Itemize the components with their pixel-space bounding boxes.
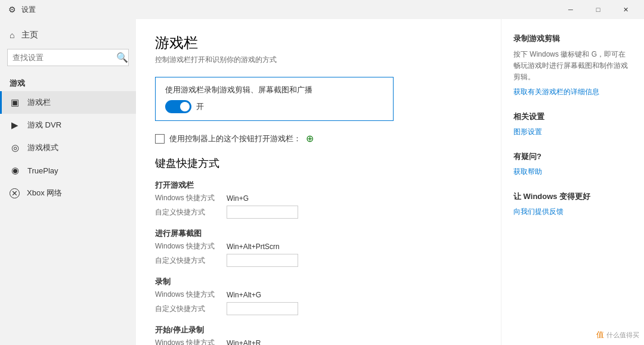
shortcut-row-win-1: Windows 快捷方式 Win+G (155, 193, 482, 203)
shortcut-win-label-2: Windows 快捷方式 (155, 241, 227, 251)
sidebar-item-trueplay[interactable]: ◉ TruePlay (0, 159, 136, 182)
titlebar: ⚙ 设置 ─ □ ✕ (0, 0, 644, 19)
shortcut-group-start-stop: 开始/停止录制 Windows 快捷方式 Win+Alt+R 自定义快捷方式 (155, 325, 482, 345)
game-mode-icon: ◎ (10, 142, 20, 153)
shortcut-custom-label-3: 自定义快捷方式 (155, 304, 227, 314)
toggle-state: 开 (196, 101, 204, 112)
page-title: 游戏栏 (155, 33, 482, 52)
shortcut-win-value-2: Win+Alt+PrtScrn (227, 243, 310, 251)
graphics-settings-link[interactable]: 图形设置 (513, 127, 632, 137)
game-dvr-icon: ▶ (10, 120, 20, 130)
sidebar-item-game-dvr-label: 游戏 DVR (27, 120, 61, 130)
close-button[interactable]: ✕ (612, 0, 639, 19)
app-container: ⌂ 主页 🔍 游戏 ▣ 游戏栏 ▶ 游戏 DVR ◎ 游戏模式 ◉ TruePl… (0, 19, 644, 345)
minimize-button[interactable]: ─ (557, 0, 584, 19)
right-section-record-title: 录制游戏剪辑 (513, 33, 632, 44)
checkbox-row: 使用控制器上的这个按钮打开游戏栏： ⊕ (155, 133, 482, 144)
sidebar: ⌂ 主页 🔍 游戏 ▣ 游戏栏 ▶ 游戏 DVR ◎ 游戏模式 ◉ TruePl… (0, 19, 136, 345)
sidebar-section-label: 游戏 (0, 73, 136, 91)
shortcut-group-open-title: 打开游戏栏 (155, 180, 482, 191)
right-section-feedback-title: 让 Windows 变得更好 (513, 191, 632, 202)
shortcut-custom-input-2[interactable] (227, 254, 298, 267)
watermark-text: 什么值得买 (606, 331, 639, 340)
right-section-record: 录制游戏剪辑 按下 Windows 徽标键和 G，即可在畅玩游戏时进行屏幕截图和… (513, 33, 632, 97)
sidebar-home-button[interactable]: ⌂ 主页 (0, 24, 136, 46)
shortcut-group-start-stop-title: 开始/停止录制 (155, 325, 482, 335)
page-subtitle: 控制游戏栏打开和识别你的游戏的方式 (155, 55, 482, 65)
toggle-label: 使用游戏栏录制游戏剪辑、屏幕截图和广播 (165, 85, 383, 95)
watermark-icon: 值 (596, 330, 604, 340)
shortcut-row-custom-3: 自定义快捷方式 (155, 302, 482, 315)
shortcut-row-custom-1: 自定义快捷方式 (155, 206, 482, 219)
shortcut-row-win-4: Windows 快捷方式 Win+Alt+R (155, 338, 482, 345)
right-panel: 录制游戏剪辑 按下 Windows 徽标键和 G，即可在畅玩游戏时进行屏幕截图和… (501, 19, 644, 345)
sidebar-search-box[interactable]: 🔍 (7, 49, 129, 66)
game-bar-detail-link[interactable]: 获取有关游戏栏的详细信息 (513, 87, 632, 97)
game-bar-icon: ▣ (10, 97, 20, 108)
sidebar-item-xbox-network[interactable]: ✕ Xbox 网络 (0, 182, 136, 204)
sidebar-item-trueplay-label: TruePlay (27, 166, 58, 175)
shortcut-win-value-3: Win+Alt+G (227, 291, 310, 299)
right-section-related-title: 相关设置 (513, 111, 632, 122)
shortcut-row-win-2: Windows 快捷方式 Win+Alt+PrtScrn (155, 241, 482, 251)
shortcut-custom-input-3[interactable] (227, 302, 298, 315)
shortcut-win-label-1: Windows 快捷方式 (155, 193, 227, 203)
sidebar-item-game-bar-label: 游戏栏 (27, 97, 51, 108)
watermark: 值 什么值得买 (596, 330, 639, 340)
shortcut-custom-label-1: 自定义快捷方式 (155, 207, 227, 217)
right-section-help-title: 有疑问? (513, 151, 632, 162)
shortcuts-title: 键盘快捷方式 (155, 156, 482, 170)
sidebar-item-game-mode-label: 游戏模式 (27, 142, 58, 153)
sidebar-item-game-dvr[interactable]: ▶ 游戏 DVR (0, 114, 136, 136)
titlebar-controls: ─ □ ✕ (557, 0, 639, 19)
right-section-record-text: 按下 Windows 徽标键和 G，即可在畅玩游戏时进行屏幕截图和制作游戏剪辑。 (513, 49, 632, 83)
trueplay-icon: ◉ (10, 165, 20, 176)
search-input[interactable] (13, 53, 113, 62)
right-section-help: 有疑问? 获取帮助 (513, 151, 632, 177)
checkbox-label: 使用控制器上的这个按钮打开游戏栏： (169, 133, 301, 144)
sidebar-item-xbox-network-label: Xbox 网络 (27, 188, 62, 198)
sidebar-item-game-mode[interactable]: ◎ 游戏模式 (0, 136, 136, 159)
xbox-network-icon: ✕ (10, 188, 20, 198)
shortcut-custom-label-2: 自定义快捷方式 (155, 256, 227, 266)
shortcut-row-custom-2: 自定义快捷方式 (155, 254, 482, 267)
toggle-section: 使用游戏栏录制游戏剪辑、屏幕截图和广播 开 (155, 77, 394, 121)
maximize-button[interactable]: □ (584, 0, 612, 19)
shortcut-group-screenshot-title: 进行屏幕截图 (155, 228, 482, 239)
shortcut-win-value-4: Win+Alt+R (227, 339, 310, 346)
shortcut-group-record: 录制 Windows 快捷方式 Win+Alt+G 自定义快捷方式 (155, 276, 482, 315)
toggle-row: 开 (165, 100, 383, 113)
titlebar-title: 设置 (21, 5, 36, 15)
xbox-button-icon: ⊕ (306, 133, 314, 144)
right-section-related: 相关设置 图形设置 (513, 111, 632, 137)
shortcut-group-screenshot: 进行屏幕截图 Windows 快捷方式 Win+Alt+PrtScrn 自定义快… (155, 228, 482, 267)
sidebar-home-label: 主页 (21, 30, 38, 41)
right-section-feedback: 让 Windows 变得更好 向我们提供反馈 (513, 191, 632, 217)
settings-icon: ⚙ (7, 5, 17, 14)
titlebar-left: ⚙ 设置 (7, 5, 36, 15)
shortcut-custom-input-1[interactable] (227, 206, 298, 219)
game-bar-toggle[interactable] (165, 100, 191, 113)
shortcut-win-label-4: Windows 快捷方式 (155, 338, 227, 345)
shortcut-group-open: 打开游戏栏 Windows 快捷方式 Win+G 自定义快捷方式 (155, 180, 482, 219)
get-help-link[interactable]: 获取帮助 (513, 167, 632, 177)
home-icon: ⌂ (10, 30, 14, 40)
shortcut-row-win-3: Windows 快捷方式 Win+Alt+G (155, 290, 482, 300)
shortcut-group-record-title: 录制 (155, 276, 482, 287)
controller-checkbox[interactable] (155, 134, 165, 144)
feedback-link[interactable]: 向我们提供反馈 (513, 207, 632, 217)
search-icon: 🔍 (116, 52, 128, 63)
shortcut-win-label-3: Windows 快捷方式 (155, 290, 227, 300)
main-content: 游戏栏 控制游戏栏打开和识别你的游戏的方式 使用游戏栏录制游戏剪辑、屏幕截图和广… (136, 19, 501, 345)
shortcut-win-value-1: Win+G (227, 194, 310, 203)
sidebar-item-game-bar[interactable]: ▣ 游戏栏 (0, 91, 136, 114)
